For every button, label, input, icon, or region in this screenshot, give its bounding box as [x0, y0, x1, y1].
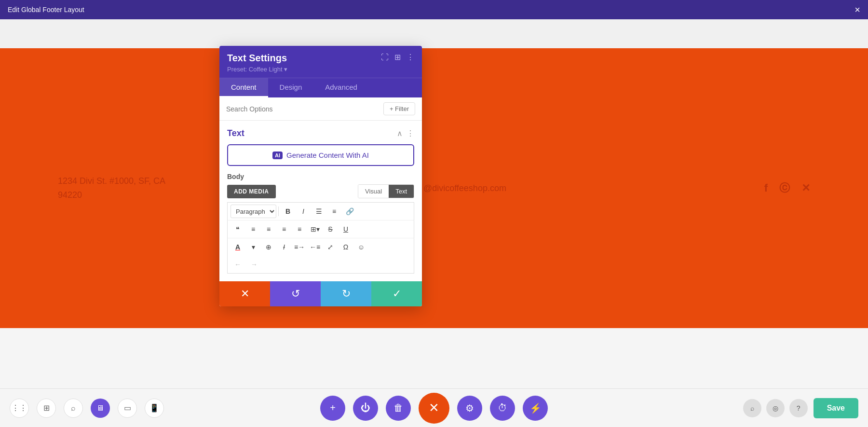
social-facebook-icon[interactable]: f: [764, 182, 768, 194]
editor-toolbar-row-3: A ▾ ⊕ I ≡→ ←≡ ⤢ Ω ☺: [227, 238, 414, 256]
footer-social: f ⓒ ✕: [764, 181, 810, 195]
blockquote-button[interactable]: ❝: [231, 222, 245, 236]
redo-button[interactable]: →: [247, 258, 261, 271]
align-right-button[interactable]: ≡: [277, 222, 291, 236]
text-color-arrow[interactable]: ▾: [246, 240, 260, 254]
body-label: Body: [227, 173, 414, 180]
ai-icon-badge: AI: [272, 152, 283, 159]
modal-body: Text ∧ ⋮ AI Generate Content With AI Bod…: [219, 121, 422, 281]
tab-visual[interactable]: Visual: [358, 185, 389, 198]
tab-content[interactable]: Content: [219, 78, 268, 97]
grid-view-button[interactable]: ⊞: [37, 399, 56, 418]
desktop-view-button[interactable]: 🖥: [91, 399, 110, 418]
bottom-center-tools: + ⏻ 🗑 ✕ ⚙ ⏱ ⚡: [320, 393, 548, 424]
undo-button[interactable]: ←: [231, 258, 245, 271]
text-settings-modal: Text Settings Preset: Coffee Light ▾ ⛶ ⊞…: [219, 46, 422, 306]
help-icon[interactable]: ?: [789, 399, 808, 417]
editor-toolbar-row-2: ❝ ≡ ≡ ≡ ≡ ⊞▾ S U: [227, 220, 414, 238]
filter-button[interactable]: + Filter: [383, 102, 415, 115]
fullscreen-icon[interactable]: ⛶: [381, 53, 389, 62]
layers-icon[interactable]: ◎: [766, 399, 785, 417]
search-options-input[interactable]: [226, 105, 380, 113]
title-bar-title: Edit Global Footer Layout: [8, 6, 84, 14]
indent-button[interactable]: ≡→: [292, 240, 307, 254]
delete-button[interactable]: 🗑: [386, 396, 411, 421]
modal-tabs: Content Design Advanced: [219, 78, 422, 97]
table-button[interactable]: ⊞▾: [308, 222, 322, 236]
tablet-view-button[interactable]: ▭: [118, 399, 137, 418]
right-icon-group: ⌕ ◎ ?: [743, 399, 808, 417]
social-x-icon[interactable]: ✕: [801, 182, 810, 194]
special-chars-button[interactable]: Ω: [339, 240, 353, 254]
editor-toolbar-row-1: Paragraph B I ☰ ≡ 🔗: [227, 202, 414, 220]
strikethrough-button[interactable]: S: [323, 222, 338, 236]
save-button[interactable]: Save: [814, 398, 858, 418]
add-element-button[interactable]: +: [320, 396, 345, 421]
modal-cancel-button[interactable]: ✕: [219, 281, 270, 306]
tab-advanced[interactable]: Advanced: [313, 78, 369, 97]
section-title-text: Text: [227, 128, 244, 138]
ai-generate-button[interactable]: AI Generate Content With AI: [227, 144, 414, 166]
undo-redo-bar: ← →: [227, 256, 414, 274]
modal-undo-button[interactable]: ↺: [270, 281, 321, 306]
modal-title: Text Settings: [227, 53, 381, 64]
bottom-right-tools: ⌕ ◎ ? Save: [743, 398, 858, 418]
settings-button[interactable]: ⚙: [457, 396, 482, 421]
paragraph-dropdown[interactable]: Paragraph: [231, 205, 276, 218]
search-button[interactable]: ⌕: [64, 399, 83, 418]
tab-design[interactable]: Design: [268, 78, 314, 97]
power-button[interactable]: ⏻: [353, 396, 378, 421]
link-button[interactable]: 🔗: [342, 205, 357, 218]
footer-content: 1234 Divi St. #1000, SF, CA94220 @divico…: [0, 174, 868, 202]
separator-1: [278, 207, 279, 216]
footer-address: 1234 Divi St. #1000, SF, CA94220: [58, 174, 165, 202]
canvas-area: 1234 Divi St. #1000, SF, CA94220 @divico…: [0, 19, 868, 427]
italic-button[interactable]: I: [296, 205, 311, 218]
align-justify-button[interactable]: ≡: [292, 222, 307, 236]
text-section-header: Text ∧ ⋮: [227, 128, 414, 138]
bottom-left-tools: ⋮⋮ ⊞ ⌕ 🖥 ▭ 📱: [10, 399, 164, 418]
footer-section: 1234 Divi St. #1000, SF, CA94220 @divico…: [0, 48, 868, 328]
modal-header-actions: ⛶ ⊞ ⋮: [381, 53, 414, 62]
search-icon-right[interactable]: ⌕: [743, 399, 761, 417]
outdent-button[interactable]: ←≡: [308, 240, 322, 254]
mobile-view-button[interactable]: 📱: [145, 399, 164, 418]
unordered-list-button[interactable]: ☰: [312, 205, 326, 218]
modal-header: Text Settings Preset: Coffee Light ▾ ⛶ ⊞…: [219, 46, 422, 78]
fullscreen-editor-button[interactable]: ⤢: [323, 240, 338, 254]
ai-generate-label: Generate Content With AI: [286, 151, 369, 159]
add-media-button[interactable]: ADD MEDIA: [227, 185, 276, 198]
search-bar: + Filter: [219, 97, 422, 121]
social-instagram-icon[interactable]: ⓒ: [779, 181, 790, 195]
portability-button[interactable]: ⚡: [523, 396, 548, 421]
modal-header-left: Text Settings Preset: Coffee Light ▾: [227, 53, 381, 73]
paste-as-text-button[interactable]: ⊕: [261, 240, 276, 254]
ordered-list-button[interactable]: ≡: [327, 205, 341, 218]
history-button[interactable]: ⏱: [490, 396, 515, 421]
modal-confirm-button[interactable]: ✓: [371, 281, 422, 306]
clear-formatting-button[interactable]: I: [277, 240, 291, 254]
more-options-icon[interactable]: ⋮: [407, 53, 414, 62]
editor-tabs: Visual Text: [358, 184, 414, 198]
modal-preset[interactable]: Preset: Coffee Light ▾: [227, 66, 381, 73]
close-x-button[interactable]: ✕: [419, 393, 449, 424]
section-more-icon[interactable]: ⋮: [407, 129, 414, 138]
collapse-icon[interactable]: ∧: [397, 129, 403, 138]
title-bar: Edit Global Footer Layout ×: [0, 0, 868, 19]
title-bar-close-button[interactable]: ×: [854, 5, 860, 14]
editor-top-bar: ADD MEDIA Visual Text: [227, 184, 414, 198]
modal-redo-button[interactable]: ↻: [321, 281, 371, 306]
columns-icon[interactable]: ⊞: [394, 53, 401, 62]
hamburger-menu-button[interactable]: ⋮⋮: [10, 399, 29, 418]
footer-email: @divicoffeeshop.com: [423, 183, 506, 193]
tab-text-editor[interactable]: Text: [389, 185, 414, 198]
underline-button[interactable]: U: [339, 222, 353, 236]
bottom-toolbar: ⋮⋮ ⊞ ⌕ 🖥 ▭ 📱 + ⏻ 🗑 ✕ ⚙ ⏱ ⚡ ⌕ ◎ ? Save: [0, 388, 868, 427]
align-center-button[interactable]: ≡: [261, 222, 276, 236]
section-actions: ∧ ⋮: [397, 129, 414, 138]
bold-button[interactable]: B: [281, 205, 295, 218]
modal-footer: ✕ ↺ ↻ ✓: [219, 281, 422, 306]
emoji-button[interactable]: ☺: [354, 240, 368, 254]
align-left-button[interactable]: ≡: [246, 222, 260, 236]
text-color-button[interactable]: A: [231, 240, 245, 254]
